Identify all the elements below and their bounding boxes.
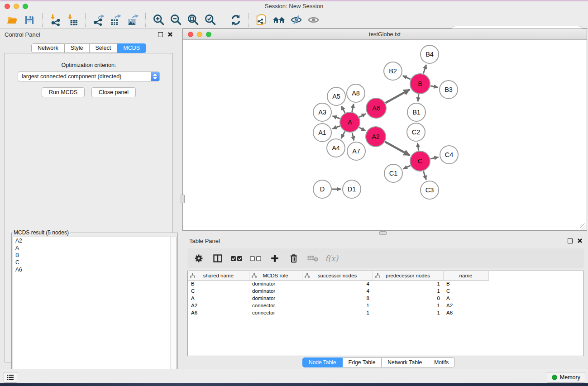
column-header-successor-nodes[interactable]: successor nodes: [302, 271, 373, 280]
first-neighbors-button[interactable]: [270, 13, 287, 27]
graph-edge-C-C2[interactable]: [417, 143, 418, 151]
show-column-button[interactable]: [211, 252, 225, 265]
show-graphics-details-button[interactable]: [305, 13, 322, 27]
network-minimize-button[interactable]: [197, 32, 202, 37]
function-builder-button[interactable]: f(x): [325, 252, 338, 265]
import-table-button[interactable]: [64, 13, 81, 27]
mcds-result-item[interactable]: A6: [13, 266, 176, 273]
table-cell[interactable]: A2: [443, 302, 488, 309]
create-column-button[interactable]: [268, 252, 282, 265]
tab-node-table[interactable]: Node Table: [302, 357, 343, 367]
table-cell[interactable]: A: [443, 295, 488, 302]
tab-network[interactable]: Network: [31, 43, 65, 53]
network-canvas[interactable]: AA1A2A3A4A5A6A7A8BB1B2B3B4CC1C2C3C4DD1: [183, 40, 587, 230]
new-network-from-selection-button[interactable]: [253, 13, 270, 27]
zoom-in-button[interactable]: [150, 13, 167, 27]
save-session-button[interactable]: [21, 13, 38, 27]
column-header-MCDS-role[interactable]: MCDS role: [249, 271, 302, 280]
zoom-window-button[interactable]: [23, 4, 28, 9]
table-cell[interactable]: A6: [443, 309, 488, 316]
table-cell[interactable]: C: [188, 287, 249, 295]
table-cell[interactable]: 1: [373, 280, 443, 287]
table-cell[interactable]: 1: [302, 309, 373, 316]
select-all-button[interactable]: [230, 252, 244, 265]
table-cell[interactable]: 0: [373, 295, 443, 302]
graph-edge-A-A7[interactable]: [352, 133, 354, 141]
column-header-name[interactable]: name: [443, 271, 488, 280]
column-header-shared-name[interactable]: shared name: [188, 271, 249, 280]
close-panel-button[interactable]: Close panel: [91, 87, 136, 97]
table-cell[interactable]: connector: [249, 309, 302, 316]
float-panel-icon[interactable]: [158, 32, 163, 37]
column-header-predecessor-nodes[interactable]: predecessor nodes: [373, 271, 443, 280]
table-cell[interactable]: B: [443, 280, 488, 287]
mcds-result-item[interactable]: A2: [13, 237, 176, 244]
tab-motifs[interactable]: Motifs: [428, 357, 455, 367]
network-close-button[interactable]: [188, 32, 193, 37]
graph-edge-A6-B[interactable]: [386, 90, 410, 103]
table-cell[interactable]: A: [188, 295, 249, 302]
graph-edge-B-B3[interactable]: [430, 86, 438, 87]
table-cell[interactable]: 4: [302, 287, 373, 295]
graph-edge-A-A8[interactable]: [352, 104, 354, 112]
graph-edge-A-A1[interactable]: [332, 126, 340, 129]
mcds-result-item[interactable]: B: [13, 252, 176, 259]
graph-edge-A-A4[interactable]: [341, 132, 344, 138]
table-cell[interactable]: 1: [373, 287, 443, 295]
export-network-button[interactable]: [90, 13, 107, 27]
export-image-button[interactable]: [124, 13, 141, 27]
tab-network-table[interactable]: Network Table: [382, 357, 428, 367]
float-panel-icon[interactable]: [568, 238, 573, 243]
graph-edge-B-B4[interactable]: [423, 65, 426, 74]
graph-edge-C-C1[interactable]: [403, 166, 411, 169]
window-resize-grip[interactable]: [580, 224, 586, 230]
memory-button[interactable]: Memory: [547, 372, 585, 383]
network-window-titlebar[interactable]: testGlobe.txt: [183, 29, 587, 40]
graph-edge-B-B2[interactable]: [403, 76, 411, 79]
delete-column-button[interactable]: [287, 252, 301, 265]
window-bottom-grip[interactable]: [379, 231, 387, 235]
apply-layout-button[interactable]: [227, 13, 244, 27]
scrollbar-track[interactable]: [170, 237, 176, 384]
graph-edge-A2-C[interactable]: [385, 142, 410, 155]
import-network-button[interactable]: [47, 13, 64, 27]
table-settings-button[interactable]: [192, 252, 206, 265]
tab-style[interactable]: Style: [65, 43, 90, 53]
table-cell[interactable]: C: [443, 287, 488, 295]
graph-edge-A-A3[interactable]: [333, 116, 340, 119]
table-cell[interactable]: connector: [249, 302, 302, 309]
deselect-all-button[interactable]: [249, 252, 263, 265]
run-mcds-button[interactable]: Run MCDS: [42, 87, 85, 97]
table-cell[interactable]: 1: [373, 302, 443, 309]
hide-graphics-details-button[interactable]: [287, 13, 305, 27]
close-panel-icon[interactable]: [167, 32, 173, 37]
optimization-criterion-dropdown[interactable]: largest connected component (directed): [18, 71, 160, 81]
graph-edge-C-C3[interactable]: [423, 171, 426, 180]
close-panel-icon[interactable]: [577, 238, 583, 243]
tab-mcds[interactable]: MCDS: [117, 43, 146, 53]
close-window-button[interactable]: [5, 4, 10, 9]
table-cell[interactable]: dominator: [249, 280, 302, 287]
tab-edge-table[interactable]: Edge Table: [343, 357, 382, 367]
graph-edge-A-A2[interactable]: [359, 128, 365, 131]
window-edge-grip[interactable]: [181, 195, 185, 203]
graph-edge-A-A5[interactable]: [341, 106, 345, 113]
zoom-fit-button[interactable]: [184, 13, 201, 27]
delete-table-button[interactable]: [306, 252, 320, 265]
zoom-out-button[interactable]: [167, 13, 184, 27]
tab-select[interactable]: Select: [90, 43, 118, 53]
table-cell[interactable]: B: [188, 280, 249, 287]
table-cell[interactable]: 8: [302, 295, 373, 302]
table-cell[interactable]: A6: [188, 309, 249, 316]
graph-edge-C-C4[interactable]: [430, 157, 439, 159]
table-cell[interactable]: A2: [188, 302, 249, 309]
table-cell[interactable]: 4: [302, 280, 373, 287]
table-cell[interactable]: dominator: [249, 295, 302, 302]
minimize-window-button[interactable]: [14, 4, 19, 9]
graph-edge-B-B1[interactable]: [418, 94, 419, 101]
table-cell[interactable]: dominator: [249, 287, 302, 295]
graph-edge-A-A6[interactable]: [359, 114, 366, 117]
network-zoom-button[interactable]: [206, 32, 211, 37]
mcds-result-item[interactable]: A: [13, 244, 176, 252]
table-cell[interactable]: 1: [373, 309, 443, 316]
